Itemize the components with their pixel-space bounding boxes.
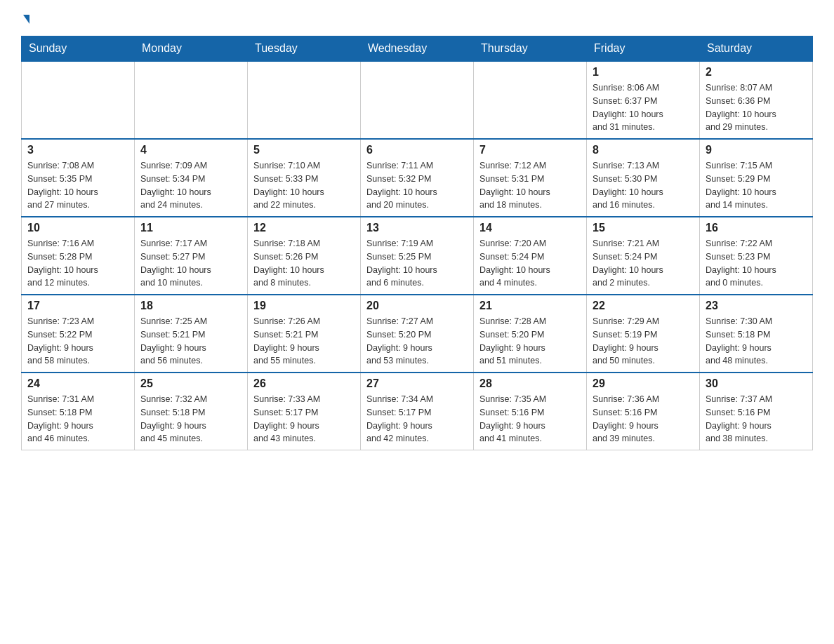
day-info: Sunrise: 7:19 AM Sunset: 5:25 PM Dayligh… xyxy=(366,237,468,290)
day-number: 12 xyxy=(253,222,355,234)
day-number: 28 xyxy=(479,377,581,390)
day-number: 7 xyxy=(479,144,581,156)
day-info: Sunrise: 7:36 AM Sunset: 5:16 PM Dayligh… xyxy=(593,393,694,445)
calendar-cell: 25Sunrise: 7:32 AM Sunset: 5:18 PM Dayli… xyxy=(135,373,248,450)
day-number: 11 xyxy=(140,222,241,234)
day-number: 25 xyxy=(140,377,241,390)
weekday-header-thursday: Thursday xyxy=(474,36,587,62)
day-info: Sunrise: 7:15 AM Sunset: 5:29 PM Dayligh… xyxy=(706,159,807,212)
calendar-cell: 7Sunrise: 7:12 AM Sunset: 5:31 PM Daylig… xyxy=(474,139,587,217)
day-number: 15 xyxy=(593,222,694,234)
calendar-cell: 4Sunrise: 7:09 AM Sunset: 5:34 PM Daylig… xyxy=(135,139,248,217)
calendar-cell xyxy=(361,61,474,139)
page-header xyxy=(21,14,813,23)
day-number: 10 xyxy=(27,222,128,234)
calendar-cell: 29Sunrise: 7:36 AM Sunset: 5:16 PM Dayli… xyxy=(587,373,700,450)
day-number: 26 xyxy=(253,377,355,390)
day-number: 19 xyxy=(253,300,355,312)
day-number: 14 xyxy=(479,222,581,234)
calendar-week-2: 10Sunrise: 7:16 AM Sunset: 5:28 PM Dayli… xyxy=(22,217,813,295)
calendar-week-4: 24Sunrise: 7:31 AM Sunset: 5:18 PM Dayli… xyxy=(22,373,813,450)
day-info: Sunrise: 7:17 AM Sunset: 5:27 PM Dayligh… xyxy=(140,237,241,290)
day-info: Sunrise: 7:23 AM Sunset: 5:22 PM Dayligh… xyxy=(27,315,128,368)
calendar-cell: 27Sunrise: 7:34 AM Sunset: 5:17 PM Dayli… xyxy=(361,373,474,450)
day-info: Sunrise: 7:25 AM Sunset: 5:21 PM Dayligh… xyxy=(140,315,241,368)
weekday-header-tuesday: Tuesday xyxy=(248,36,361,62)
calendar-cell: 1Sunrise: 8:06 AM Sunset: 6:37 PM Daylig… xyxy=(587,61,700,139)
calendar-cell: 23Sunrise: 7:30 AM Sunset: 5:18 PM Dayli… xyxy=(700,295,813,373)
day-info: Sunrise: 7:26 AM Sunset: 5:21 PM Dayligh… xyxy=(253,315,355,368)
calendar-cell: 14Sunrise: 7:20 AM Sunset: 5:24 PM Dayli… xyxy=(474,217,587,295)
day-info: Sunrise: 7:21 AM Sunset: 5:24 PM Dayligh… xyxy=(593,237,694,290)
day-info: Sunrise: 7:12 AM Sunset: 5:31 PM Dayligh… xyxy=(479,159,581,212)
day-info: Sunrise: 7:09 AM Sunset: 5:34 PM Dayligh… xyxy=(140,159,241,212)
calendar-cell: 19Sunrise: 7:26 AM Sunset: 5:21 PM Dayli… xyxy=(248,295,361,373)
calendar-week-0: 1Sunrise: 8:06 AM Sunset: 6:37 PM Daylig… xyxy=(22,61,813,139)
day-number: 8 xyxy=(593,144,694,156)
day-number: 18 xyxy=(140,300,241,312)
weekday-header-saturday: Saturday xyxy=(700,36,813,62)
calendar-cell: 11Sunrise: 7:17 AM Sunset: 5:27 PM Dayli… xyxy=(135,217,248,295)
day-info: Sunrise: 7:10 AM Sunset: 5:33 PM Dayligh… xyxy=(253,159,355,212)
day-number: 22 xyxy=(593,300,694,312)
day-info: Sunrise: 7:28 AM Sunset: 5:20 PM Dayligh… xyxy=(479,315,581,368)
day-number: 13 xyxy=(366,222,468,234)
calendar-cell: 20Sunrise: 7:27 AM Sunset: 5:20 PM Dayli… xyxy=(361,295,474,373)
calendar-cell: 22Sunrise: 7:29 AM Sunset: 5:19 PM Dayli… xyxy=(587,295,700,373)
day-info: Sunrise: 7:27 AM Sunset: 5:20 PM Dayligh… xyxy=(366,315,468,368)
calendar-cell: 6Sunrise: 7:11 AM Sunset: 5:32 PM Daylig… xyxy=(361,139,474,217)
calendar-body: 1Sunrise: 8:06 AM Sunset: 6:37 PM Daylig… xyxy=(22,61,813,450)
day-number: 9 xyxy=(706,144,807,156)
calendar-cell: 17Sunrise: 7:23 AM Sunset: 5:22 PM Dayli… xyxy=(22,295,135,373)
calendar-cell xyxy=(135,61,248,139)
calendar-cell: 28Sunrise: 7:35 AM Sunset: 5:16 PM Dayli… xyxy=(474,373,587,450)
day-number: 4 xyxy=(140,144,241,156)
day-info: Sunrise: 7:35 AM Sunset: 5:16 PM Dayligh… xyxy=(479,393,581,445)
day-info: Sunrise: 7:32 AM Sunset: 5:18 PM Dayligh… xyxy=(140,393,241,445)
day-number: 20 xyxy=(366,300,468,312)
calendar-week-3: 17Sunrise: 7:23 AM Sunset: 5:22 PM Dayli… xyxy=(22,295,813,373)
weekday-header-monday: Monday xyxy=(135,36,248,62)
day-number: 24 xyxy=(27,377,128,390)
calendar-cell: 15Sunrise: 7:21 AM Sunset: 5:24 PM Dayli… xyxy=(587,217,700,295)
calendar-cell: 16Sunrise: 7:22 AM Sunset: 5:23 PM Dayli… xyxy=(700,217,813,295)
calendar-table: SundayMondayTuesdayWednesdayThursdayFrid… xyxy=(21,36,813,450)
day-number: 5 xyxy=(253,144,355,156)
calendar-cell: 30Sunrise: 7:37 AM Sunset: 5:16 PM Dayli… xyxy=(700,373,813,450)
logo-triangle-icon xyxy=(23,15,29,24)
calendar-cell: 21Sunrise: 7:28 AM Sunset: 5:20 PM Dayli… xyxy=(474,295,587,373)
calendar-cell: 9Sunrise: 7:15 AM Sunset: 5:29 PM Daylig… xyxy=(700,139,813,217)
calendar-cell: 13Sunrise: 7:19 AM Sunset: 5:25 PM Dayli… xyxy=(361,217,474,295)
day-info: Sunrise: 7:18 AM Sunset: 5:26 PM Dayligh… xyxy=(253,237,355,290)
day-number: 17 xyxy=(27,300,128,312)
day-info: Sunrise: 8:06 AM Sunset: 6:37 PM Dayligh… xyxy=(593,81,694,134)
weekday-header-sunday: Sunday xyxy=(22,36,135,62)
weekday-header-row: SundayMondayTuesdayWednesdayThursdayFrid… xyxy=(22,36,813,62)
day-number: 16 xyxy=(706,222,807,234)
day-number: 29 xyxy=(593,377,694,390)
day-info: Sunrise: 7:29 AM Sunset: 5:19 PM Dayligh… xyxy=(593,315,694,368)
day-number: 23 xyxy=(706,300,807,312)
calendar-cell: 3Sunrise: 7:08 AM Sunset: 5:35 PM Daylig… xyxy=(22,139,135,217)
day-number: 21 xyxy=(479,300,581,312)
weekday-header-wednesday: Wednesday xyxy=(361,36,474,62)
day-number: 2 xyxy=(706,66,807,79)
logo xyxy=(21,14,29,23)
calendar-header: SundayMondayTuesdayWednesdayThursdayFrid… xyxy=(22,36,813,62)
calendar-cell: 26Sunrise: 7:33 AM Sunset: 5:17 PM Dayli… xyxy=(248,373,361,450)
day-info: Sunrise: 8:07 AM Sunset: 6:36 PM Dayligh… xyxy=(706,81,807,134)
day-number: 3 xyxy=(27,144,128,156)
day-info: Sunrise: 7:13 AM Sunset: 5:30 PM Dayligh… xyxy=(593,159,694,212)
day-info: Sunrise: 7:30 AM Sunset: 5:18 PM Dayligh… xyxy=(706,315,807,368)
day-number: 1 xyxy=(593,66,694,79)
day-number: 27 xyxy=(366,377,468,390)
calendar-cell: 12Sunrise: 7:18 AM Sunset: 5:26 PM Dayli… xyxy=(248,217,361,295)
day-info: Sunrise: 7:37 AM Sunset: 5:16 PM Dayligh… xyxy=(706,393,807,445)
calendar-cell: 8Sunrise: 7:13 AM Sunset: 5:30 PM Daylig… xyxy=(587,139,700,217)
day-info: Sunrise: 7:22 AM Sunset: 5:23 PM Dayligh… xyxy=(706,237,807,290)
day-info: Sunrise: 7:16 AM Sunset: 5:28 PM Dayligh… xyxy=(27,237,128,290)
calendar-cell: 5Sunrise: 7:10 AM Sunset: 5:33 PM Daylig… xyxy=(248,139,361,217)
day-info: Sunrise: 7:20 AM Sunset: 5:24 PM Dayligh… xyxy=(479,237,581,290)
calendar-cell xyxy=(248,61,361,139)
day-number: 30 xyxy=(706,377,807,390)
